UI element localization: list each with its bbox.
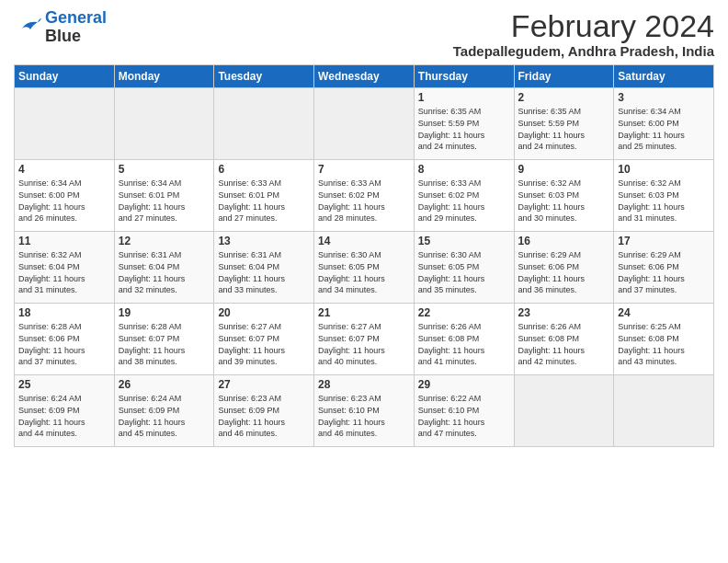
table-row: 19Sunrise: 6:28 AMSunset: 6:07 PMDayligh… xyxy=(114,304,214,375)
day-info: Sunrise: 6:33 AMSunset: 6:02 PMDaylight:… xyxy=(318,178,410,224)
day-info: Sunrise: 6:31 AMSunset: 6:04 PMDaylight:… xyxy=(218,249,310,295)
day-number: 20 xyxy=(218,306,310,319)
table-row: 7Sunrise: 6:33 AMSunset: 6:02 PMDaylight… xyxy=(314,160,415,232)
table-row: 29Sunrise: 6:22 AMSunset: 6:10 PMDayligh… xyxy=(414,375,514,447)
col-sunday: Sunday xyxy=(15,65,115,88)
table-row xyxy=(614,375,714,447)
month-title: February 2024 xyxy=(453,9,714,43)
calendar-table: Sunday Monday Tuesday Wednesday Thursday… xyxy=(14,64,714,447)
day-number: 2 xyxy=(518,91,610,104)
day-number: 22 xyxy=(418,306,510,319)
table-row xyxy=(214,88,314,160)
day-info: Sunrise: 6:30 AMSunset: 6:05 PMDaylight:… xyxy=(318,249,410,295)
table-row: 17Sunrise: 6:29 AMSunset: 6:06 PMDayligh… xyxy=(614,232,714,304)
day-number: 17 xyxy=(618,235,710,247)
day-number: 26 xyxy=(119,378,210,391)
logo-bird-icon xyxy=(14,17,41,39)
day-info: Sunrise: 6:29 AMSunset: 6:06 PMDaylight:… xyxy=(518,249,610,295)
table-row: 23Sunrise: 6:26 AMSunset: 6:08 PMDayligh… xyxy=(514,304,614,375)
calendar-week-3: 11Sunrise: 6:32 AMSunset: 6:04 PMDayligh… xyxy=(15,232,714,304)
table-row: 9Sunrise: 6:32 AMSunset: 6:03 PMDaylight… xyxy=(514,160,614,232)
day-info: Sunrise: 6:34 AMSunset: 6:01 PMDaylight:… xyxy=(119,178,210,224)
header: General Blue February 2024 Tadepallegude… xyxy=(14,9,714,59)
day-number: 7 xyxy=(318,163,410,176)
table-row: 13Sunrise: 6:31 AMSunset: 6:04 PMDayligh… xyxy=(214,232,314,304)
table-row: 2Sunrise: 6:35 AMSunset: 5:59 PMDaylight… xyxy=(514,88,614,160)
calendar-week-2: 4Sunrise: 6:34 AMSunset: 6:00 PMDaylight… xyxy=(15,160,714,232)
table-row: 16Sunrise: 6:29 AMSunset: 6:06 PMDayligh… xyxy=(514,232,614,304)
table-row: 24Sunrise: 6:25 AMSunset: 6:08 PMDayligh… xyxy=(614,304,714,375)
table-row: 10Sunrise: 6:32 AMSunset: 6:03 PMDayligh… xyxy=(614,160,714,232)
col-saturday: Saturday xyxy=(614,65,714,88)
table-row: 12Sunrise: 6:31 AMSunset: 6:04 PMDayligh… xyxy=(114,232,214,304)
day-number: 14 xyxy=(318,235,410,247)
table-row: 5Sunrise: 6:34 AMSunset: 6:01 PMDaylight… xyxy=(114,160,214,232)
table-row xyxy=(15,88,115,160)
day-number: 9 xyxy=(518,163,610,176)
location-subtitle: Tadepallegudem, Andhra Pradesh, India xyxy=(453,43,714,59)
day-number: 24 xyxy=(618,306,710,319)
day-number: 4 xyxy=(18,163,110,176)
day-number: 25 xyxy=(18,378,110,391)
table-row: 14Sunrise: 6:30 AMSunset: 6:05 PMDayligh… xyxy=(314,232,415,304)
table-row: 21Sunrise: 6:27 AMSunset: 6:07 PMDayligh… xyxy=(314,304,415,375)
day-number: 3 xyxy=(618,91,710,104)
day-info: Sunrise: 6:29 AMSunset: 6:06 PMDaylight:… xyxy=(618,249,710,295)
day-info: Sunrise: 6:27 AMSunset: 6:07 PMDaylight:… xyxy=(218,321,310,367)
table-row xyxy=(114,88,214,160)
day-info: Sunrise: 6:32 AMSunset: 6:03 PMDaylight:… xyxy=(518,178,610,224)
day-number: 6 xyxy=(218,163,310,176)
day-info: Sunrise: 6:34 AMSunset: 6:00 PMDaylight:… xyxy=(618,106,710,152)
day-info: Sunrise: 6:33 AMSunset: 6:01 PMDaylight:… xyxy=(218,178,310,224)
table-row: 22Sunrise: 6:26 AMSunset: 6:08 PMDayligh… xyxy=(414,304,514,375)
day-info: Sunrise: 6:22 AMSunset: 6:10 PMDaylight:… xyxy=(418,393,510,439)
day-info: Sunrise: 6:28 AMSunset: 6:06 PMDaylight:… xyxy=(18,321,110,367)
day-number: 8 xyxy=(418,163,510,176)
table-row: 27Sunrise: 6:23 AMSunset: 6:09 PMDayligh… xyxy=(214,375,314,447)
day-number: 21 xyxy=(318,306,410,319)
table-row xyxy=(514,375,614,447)
day-number: 5 xyxy=(119,163,210,176)
title-block: February 2024 Tadepallegudem, Andhra Pra… xyxy=(453,9,714,59)
day-number: 15 xyxy=(418,235,510,247)
day-info: Sunrise: 6:33 AMSunset: 6:02 PMDaylight:… xyxy=(418,178,510,224)
col-friday: Friday xyxy=(514,65,614,88)
logo-text: General Blue xyxy=(45,9,107,46)
day-number: 29 xyxy=(418,378,510,391)
day-info: Sunrise: 6:24 AMSunset: 6:09 PMDaylight:… xyxy=(119,393,210,439)
logo: General Blue xyxy=(14,9,107,46)
calendar-week-1: 1Sunrise: 6:35 AMSunset: 5:59 PMDaylight… xyxy=(15,88,714,160)
table-row: 15Sunrise: 6:30 AMSunset: 6:05 PMDayligh… xyxy=(414,232,514,304)
calendar-header-row: Sunday Monday Tuesday Wednesday Thursday… xyxy=(15,65,714,88)
day-number: 12 xyxy=(119,235,210,247)
day-info: Sunrise: 6:23 AMSunset: 6:09 PMDaylight:… xyxy=(218,393,310,439)
day-info: Sunrise: 6:32 AMSunset: 6:04 PMDaylight:… xyxy=(18,249,110,295)
day-info: Sunrise: 6:34 AMSunset: 6:00 PMDaylight:… xyxy=(18,178,110,224)
table-row: 20Sunrise: 6:27 AMSunset: 6:07 PMDayligh… xyxy=(214,304,314,375)
day-number: 13 xyxy=(218,235,310,247)
day-number: 27 xyxy=(218,378,310,391)
calendar-week-5: 25Sunrise: 6:24 AMSunset: 6:09 PMDayligh… xyxy=(15,375,714,447)
day-info: Sunrise: 6:35 AMSunset: 5:59 PMDaylight:… xyxy=(418,106,510,152)
day-number: 23 xyxy=(518,306,610,319)
main-container: General Blue February 2024 Tadepallegude… xyxy=(0,0,728,452)
day-number: 11 xyxy=(18,235,110,247)
col-wednesday: Wednesday xyxy=(314,65,415,88)
day-info: Sunrise: 6:35 AMSunset: 5:59 PMDaylight:… xyxy=(518,106,610,152)
day-info: Sunrise: 6:25 AMSunset: 6:08 PMDaylight:… xyxy=(618,321,710,367)
day-number: 19 xyxy=(119,306,210,319)
table-row xyxy=(314,88,415,160)
day-info: Sunrise: 6:32 AMSunset: 6:03 PMDaylight:… xyxy=(618,178,710,224)
col-tuesday: Tuesday xyxy=(214,65,314,88)
table-row: 4Sunrise: 6:34 AMSunset: 6:00 PMDaylight… xyxy=(15,160,115,232)
day-info: Sunrise: 6:31 AMSunset: 6:04 PMDaylight:… xyxy=(119,249,210,295)
table-row: 6Sunrise: 6:33 AMSunset: 6:01 PMDaylight… xyxy=(214,160,314,232)
day-info: Sunrise: 6:27 AMSunset: 6:07 PMDaylight:… xyxy=(318,321,410,367)
table-row: 25Sunrise: 6:24 AMSunset: 6:09 PMDayligh… xyxy=(15,375,115,447)
day-info: Sunrise: 6:26 AMSunset: 6:08 PMDaylight:… xyxy=(418,321,510,367)
table-row: 26Sunrise: 6:24 AMSunset: 6:09 PMDayligh… xyxy=(114,375,214,447)
day-number: 16 xyxy=(518,235,610,247)
table-row: 11Sunrise: 6:32 AMSunset: 6:04 PMDayligh… xyxy=(15,232,115,304)
table-row: 18Sunrise: 6:28 AMSunset: 6:06 PMDayligh… xyxy=(15,304,115,375)
day-info: Sunrise: 6:30 AMSunset: 6:05 PMDaylight:… xyxy=(418,249,510,295)
